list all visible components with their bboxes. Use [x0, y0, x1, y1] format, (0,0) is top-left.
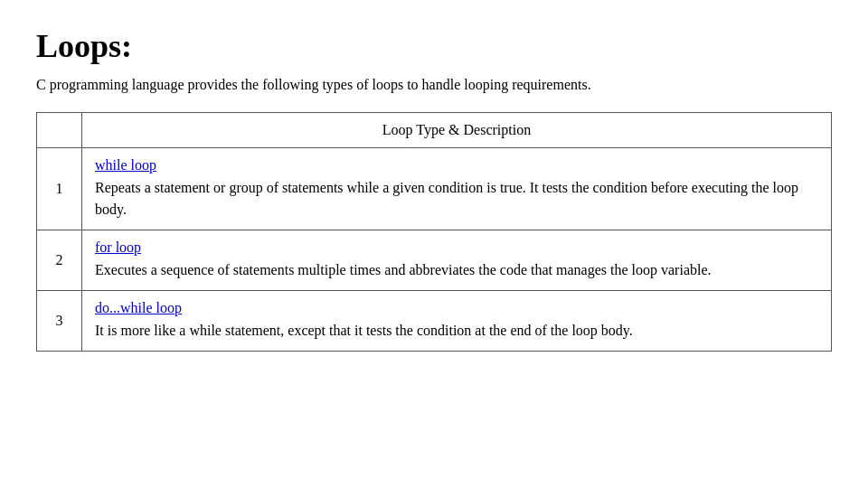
row-number: 2 [37, 230, 82, 291]
loop-type-link[interactable]: do...while loop [95, 300, 818, 316]
row-content: for loopExecutes a sequence of statement… [82, 230, 832, 291]
row-number: 3 [37, 291, 82, 352]
loop-description: Repeats a statement or group of statemen… [95, 180, 798, 217]
loop-description: It is more like a while statement, excep… [95, 323, 633, 338]
page-title: Loops: [36, 27, 832, 65]
row-number: 1 [37, 148, 82, 230]
loop-description: Executes a sequence of statements multip… [95, 262, 712, 277]
table-row: 1while loopRepeats a statement or group … [37, 148, 832, 230]
row-content: do...while loopIt is more like a while s… [82, 291, 832, 352]
intro-text: C programming language provides the foll… [36, 74, 832, 96]
table-corner-cell [37, 113, 82, 148]
loops-table: Loop Type & Description 1while loopRepea… [36, 112, 832, 352]
loop-type-link[interactable]: for loop [95, 239, 818, 256]
table-row: 3do...while loopIt is more like a while … [37, 291, 832, 352]
loop-type-link[interactable]: while loop [95, 157, 818, 174]
table-row: 2for loopExecutes a sequence of statemen… [37, 230, 832, 291]
table-header: Loop Type & Description [82, 113, 832, 148]
row-content: while loopRepeats a statement or group o… [82, 148, 832, 230]
